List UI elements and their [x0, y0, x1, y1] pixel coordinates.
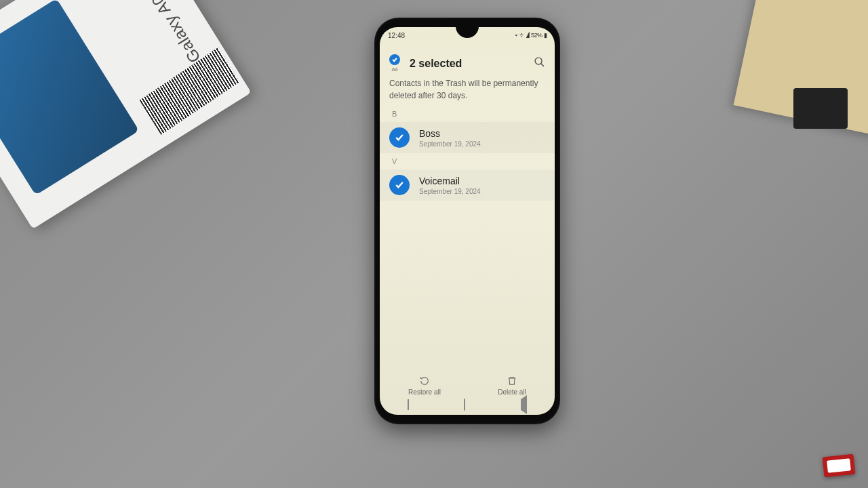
- box-model-text: Galaxy A06: [142, 0, 204, 66]
- contact-deleted-date: September 19, 2024: [419, 140, 481, 148]
- delete-all-button[interactable]: Delete all: [498, 375, 526, 396]
- status-icons: ▾ ᯤ ◢ 52% ▮: [515, 32, 547, 39]
- nav-home-button[interactable]: [464, 399, 465, 410]
- contact-name: Voicemail: [419, 176, 481, 186]
- nav-bar: [380, 397, 555, 412]
- list-item-content: Boss September 19, 2024: [419, 128, 481, 148]
- svg-point-0: [535, 58, 542, 64]
- nav-back-button[interactable]: [521, 399, 527, 410]
- contact-deleted-date: September 19, 2024: [419, 188, 481, 195]
- section-header: B: [380, 107, 555, 122]
- select-all-toggle[interactable]: All: [389, 54, 400, 73]
- selection-count-title: 2 selected: [410, 58, 462, 70]
- phone-frame: 12:48 ▾ ᯤ ◢ 52% ▮ All 2 selected: [374, 18, 560, 424]
- trash-info-text: Contacts in the Trash will be permanentl…: [389, 77, 545, 102]
- restore-icon: [419, 375, 430, 386]
- list-item[interactable]: Boss September 19, 2024: [380, 122, 555, 153]
- wifi-icon: ▾ ᯤ ◢: [515, 32, 530, 39]
- bottom-action-bar: Restore all Delete all: [380, 375, 555, 396]
- checkmark-selected-icon: [389, 127, 410, 148]
- desk-scene: Galaxy A06 12:48 ▾ ᯤ ◢ 52% ▮ All: [0, 0, 868, 488]
- list-item[interactable]: Voicemail September 19, 2024: [380, 169, 555, 201]
- search-button[interactable]: [534, 56, 545, 70]
- back-icon: [521, 395, 527, 414]
- status-time: 12:48: [388, 32, 405, 39]
- phone-screen: 12:48 ▾ ᯤ ◢ 52% ▮ All 2 selected: [380, 27, 555, 415]
- checkmark-selected-icon: [389, 175, 410, 195]
- svg-line-1: [541, 64, 544, 66]
- box-front: [0, 0, 139, 195]
- battery-text: 52%: [531, 32, 542, 39]
- contact-name: Boss: [419, 128, 481, 139]
- select-all-label: All: [392, 66, 398, 73]
- app-header: All 2 selected: [380, 50, 555, 77]
- contact-list[interactable]: B Boss September 19, 2024 V: [380, 107, 555, 202]
- restore-all-button[interactable]: Restore all: [408, 375, 441, 396]
- recents-icon: [408, 399, 409, 410]
- search-icon: [534, 56, 545, 68]
- home-icon: [464, 399, 465, 411]
- trash-icon: [507, 375, 517, 386]
- check-circle-icon: [389, 54, 400, 65]
- section-header: V: [380, 155, 555, 169]
- product-box: Galaxy A06: [0, 0, 252, 229]
- nav-recents-button[interactable]: [408, 399, 409, 410]
- battery-icon: ▮: [544, 32, 547, 39]
- clamp: [793, 88, 848, 129]
- channel-badge: [823, 454, 856, 478]
- restore-label: Restore all: [408, 388, 441, 396]
- list-item-content: Voicemail September 19, 2024: [419, 176, 481, 195]
